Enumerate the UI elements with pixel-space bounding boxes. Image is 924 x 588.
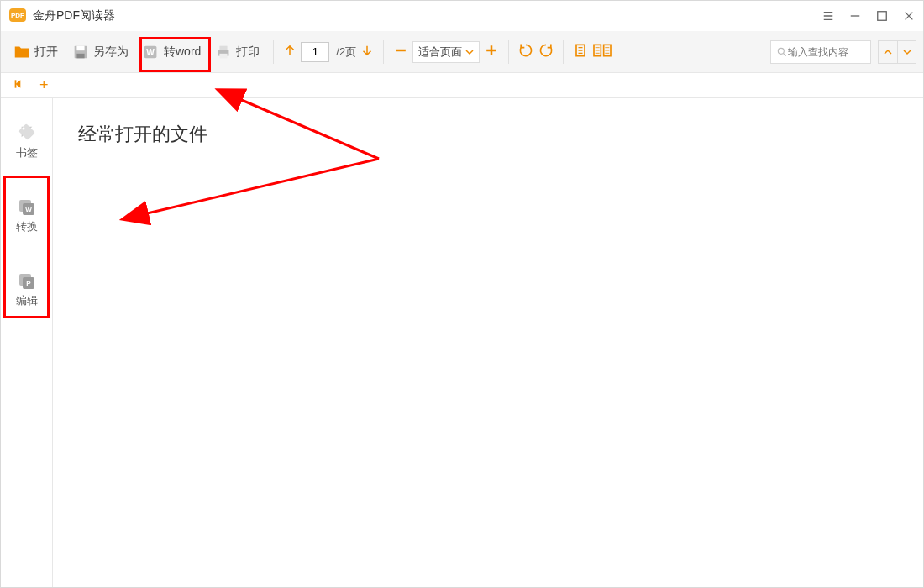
- svg-point-15: [22, 128, 24, 130]
- svg-text:W: W: [25, 206, 32, 213]
- zoom-in-icon[interactable]: [483, 42, 500, 62]
- chevron-down-icon: [465, 48, 474, 56]
- convert-icon: W: [17, 196, 37, 216]
- sidebar: 书签 W 转换 P 编辑: [1, 98, 53, 587]
- save-as-button[interactable]: 另存为: [66, 39, 134, 65]
- sidebar-bookmark-label: 书签: [16, 145, 38, 160]
- to-word-button[interactable]: W 转word: [137, 39, 206, 65]
- to-word-label: 转word: [164, 45, 201, 60]
- app-title: 金舟PDF阅读器: [33, 8, 115, 24]
- zoom-out-icon[interactable]: [392, 42, 409, 62]
- tab-back-icon[interactable]: [13, 78, 24, 93]
- search-box[interactable]: [770, 40, 871, 64]
- content-area: 经常打开的文件: [53, 98, 923, 587]
- svg-text:PDF: PDF: [11, 12, 24, 19]
- search-nav: [878, 40, 916, 64]
- toolbar: 打开 另存为 W 转word 打印 /2页 适合页面: [1, 31, 923, 73]
- open-label: 打开: [34, 45, 58, 60]
- svg-text:W: W: [146, 47, 155, 56]
- close-icon[interactable]: [901, 8, 916, 24]
- menu-icon[interactable]: [821, 8, 836, 24]
- page-down-icon[interactable]: [360, 43, 375, 61]
- svg-rect-2: [878, 12, 887, 21]
- page-number-input[interactable]: [301, 42, 329, 62]
- separator: [273, 40, 274, 64]
- svg-rect-10: [220, 53, 228, 58]
- separator: [563, 40, 564, 64]
- save-as-label: 另存为: [93, 45, 129, 60]
- tab-add-icon[interactable]: +: [39, 76, 49, 94]
- print-button[interactable]: 打印: [209, 39, 265, 65]
- maximize-icon[interactable]: [874, 8, 890, 24]
- double-page-icon[interactable]: [592, 42, 612, 62]
- sidebar-item-bookmark[interactable]: 书签: [14, 117, 39, 165]
- page-up-icon[interactable]: [282, 43, 297, 61]
- svg-rect-4: [76, 45, 84, 50]
- search-next-icon[interactable]: [897, 41, 916, 63]
- zoom-mode-select[interactable]: 适合页面: [412, 41, 480, 63]
- edit-icon: P: [17, 270, 37, 290]
- minimize-icon[interactable]: [848, 8, 863, 24]
- rotate-right-icon[interactable]: [538, 42, 554, 62]
- sidebar-item-convert[interactable]: W 转换: [14, 191, 39, 239]
- app-logo-icon: PDF: [8, 5, 28, 28]
- body: 书签 W 转换 P 编辑 经常打开的文件: [1, 98, 923, 587]
- bookmark-icon: [17, 122, 37, 142]
- svg-text:P: P: [26, 280, 31, 287]
- rotate-left-icon[interactable]: [517, 42, 534, 62]
- titlebar: PDF 金舟PDF阅读器: [1, 1, 923, 31]
- single-page-icon[interactable]: [572, 42, 589, 62]
- recent-files-heading: 经常打开的文件: [78, 122, 898, 147]
- search-prev-icon[interactable]: [879, 41, 897, 63]
- svg-rect-5: [76, 53, 84, 58]
- separator: [383, 40, 384, 64]
- sidebar-item-edit[interactable]: P 编辑: [14, 265, 39, 313]
- svg-rect-9: [220, 45, 228, 50]
- sidebar-edit-label: 编辑: [16, 293, 38, 308]
- page-total-label: /2页: [336, 45, 356, 60]
- search-input[interactable]: [788, 46, 855, 58]
- separator: [508, 40, 509, 64]
- open-button[interactable]: 打开: [8, 39, 63, 65]
- search-icon: [776, 46, 788, 58]
- tabbar: +: [1, 73, 923, 98]
- zoom-mode-label: 适合页面: [418, 45, 462, 60]
- sidebar-convert-label: 转换: [16, 219, 38, 234]
- svg-point-14: [778, 48, 784, 54]
- print-label: 打印: [236, 45, 260, 60]
